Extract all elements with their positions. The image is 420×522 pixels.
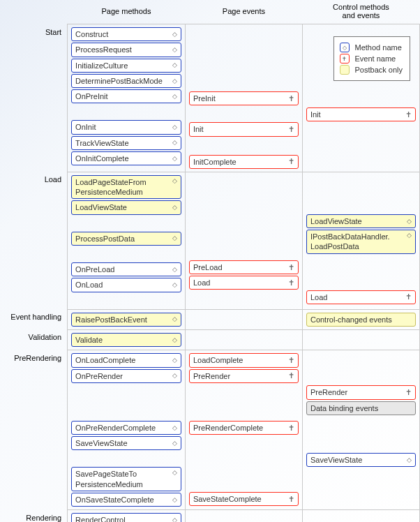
method-trackviewstate: TrackViewState	[71, 136, 181, 150]
method-onsavestatecomplete: OnSaveStateComplete	[71, 493, 181, 507]
legend-event-label: Event name	[355, 54, 396, 63]
ctrl-databinding: Data binding events	[306, 401, 416, 415]
diamond-icon	[172, 156, 177, 162]
cross-icon: ✝	[340, 54, 350, 64]
method-validate: Validate	[71, 333, 181, 347]
legend-method: ◇ Method name	[340, 43, 403, 52]
method-loadpagestate: LoadPageStateFrom PersistenceMedium	[71, 175, 181, 200]
diamond-icon	[172, 517, 177, 522]
event-savestatecomplete: SaveStateComplete	[189, 492, 299, 506]
legend-postback-label: Postback only	[355, 66, 403, 74]
method-processrequest: ProcessRequest	[71, 43, 181, 57]
diamond-icon	[172, 62, 177, 68]
diamond-icon	[172, 440, 177, 447]
diamond-icon: ◇	[340, 43, 350, 52]
legend-postback: Postback only	[340, 65, 403, 75]
cross-icon	[288, 158, 294, 165]
phase-event-handling: Event handling	[0, 309, 68, 329]
diamond-icon	[172, 282, 177, 288]
method-onprerendercomplete: OnPreRenderComplete	[71, 421, 181, 435]
phase-validation: Validation	[0, 329, 68, 350]
method-loadviewstate: LoadViewState	[71, 200, 181, 214]
method-rendercontrol: RenderControl	[71, 513, 181, 522]
col-page-methods: Page methods	[68, 0, 186, 24]
method-initializeculture: InitializeCulture	[71, 59, 181, 73]
event-prerender: PreRender	[189, 369, 299, 383]
cross-icon	[405, 293, 412, 301]
method-onloadcomplete: OnLoadComplete	[71, 353, 181, 367]
method-oninit: OnInit	[71, 120, 181, 134]
cross-icon	[288, 495, 294, 503]
cross-icon	[288, 279, 294, 287]
diamond-icon	[172, 204, 177, 211]
diamond-icon	[172, 94, 177, 100]
cross-icon	[288, 372, 294, 380]
diamond-icon	[172, 235, 177, 241]
method-onpreinit: OnPreInit	[71, 89, 181, 103]
method-oninitcomplete: OnInitComplete	[71, 151, 181, 165]
method-onprerender: OnPreRender	[71, 369, 181, 383]
diamond-icon	[172, 178, 177, 184]
method-savepagestate: SavePageStateTo PersistenceMedium	[71, 467, 181, 491]
diamond-icon	[172, 497, 177, 503]
diamond-icon	[407, 457, 412, 463]
phase-load: Load	[0, 172, 68, 309]
ctrl-method-loadviewstate: LoadViewState	[306, 214, 416, 228]
col-page-events: Page events	[185, 0, 302, 24]
cross-icon	[288, 95, 294, 103]
event-init: Init	[189, 122, 299, 136]
method-determinepostbackmode: DeterminePostBackMode	[71, 74, 181, 88]
method-processpostdata: ProcessPostData	[71, 232, 181, 246]
phase-rendering: Rendering	[0, 510, 68, 522]
method-onload: OnLoad	[71, 278, 181, 292]
diamond-icon	[172, 470, 177, 476]
ctrl-method-ipostback: IPostBackDataHandler. LoadPostData	[306, 230, 416, 254]
ctrl-event-controlchanged: Control-changed events	[306, 313, 416, 327]
event-prerendercomplete: PreRenderComplete	[189, 421, 299, 435]
method-construct: Construct	[71, 27, 181, 41]
diamond-icon	[172, 31, 177, 38]
ctrl-method-saveviewstate: SaveViewState	[306, 453, 416, 467]
diamond-icon	[172, 337, 177, 343]
diamond-icon	[172, 373, 177, 379]
diamond-icon	[172, 140, 177, 146]
diamond-icon	[172, 124, 177, 130]
diamond-icon	[407, 218, 412, 225]
method-onpreload: OnPreLoad	[71, 262, 181, 276]
event-initcomplete: InitComplete	[189, 155, 299, 169]
event-loadcomplete: LoadComplete	[189, 353, 299, 367]
ctrl-event-init: Init	[306, 107, 416, 121]
phase-start: Start	[0, 24, 68, 172]
diamond-icon	[172, 47, 177, 53]
diamond-icon	[407, 232, 412, 239]
ctrl-event-load: Load	[306, 290, 416, 304]
cross-icon	[405, 111, 412, 119]
event-preinit: PreInit	[189, 91, 299, 105]
legend: ◇ Method name ✝ Event name Postback only	[333, 36, 410, 81]
cross-icon	[288, 424, 294, 432]
method-raisepostbackevent: RaisePostBackEvent	[71, 313, 181, 327]
legend-event: ✝ Event name	[340, 54, 403, 64]
phase-prerendering: PreRendering	[0, 350, 68, 510]
event-preload: PreLoad	[189, 260, 299, 274]
diamond-icon	[172, 425, 177, 431]
diamond-icon	[172, 357, 177, 364]
cross-icon	[288, 357, 294, 364]
diamond-icon	[172, 78, 177, 84]
postback-swatch	[340, 65, 350, 75]
cross-icon	[288, 264, 294, 271]
method-saveviewstate: SaveViewState	[71, 436, 181, 450]
col-control: Control methods and events	[302, 0, 419, 24]
cross-icon	[405, 389, 412, 396]
legend-method-label: Method name	[355, 43, 402, 52]
diamond-icon	[172, 316, 177, 322]
cross-icon	[288, 126, 294, 133]
event-load: Load	[189, 276, 299, 290]
ctrl-event-prerender: PreRender	[306, 385, 416, 399]
diamond-icon	[172, 267, 177, 273]
